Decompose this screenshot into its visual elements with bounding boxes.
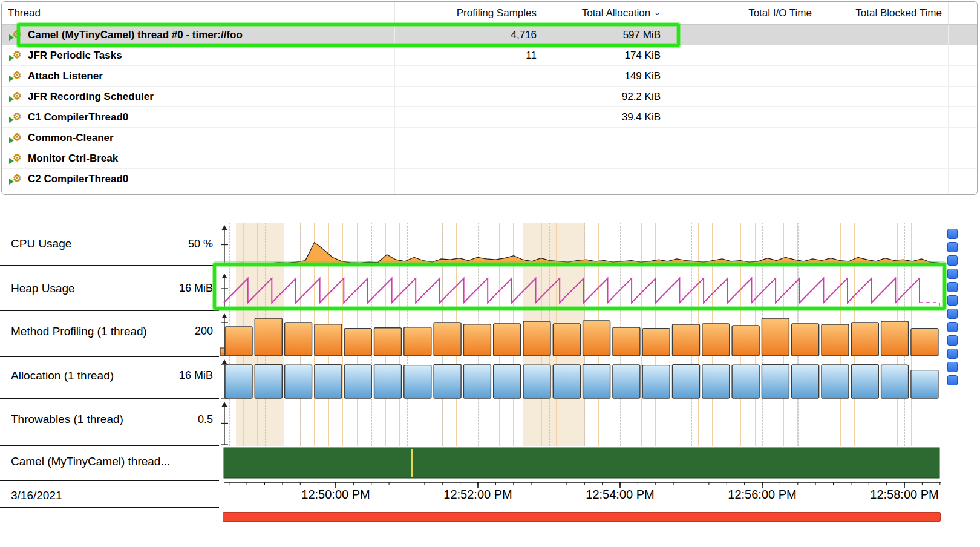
thread-row[interactable]: ⚙JFR Periodic Tasks11174 KiB: [2, 45, 977, 66]
lane-separator: [0, 265, 219, 266]
lane-control-button[interactable]: [947, 375, 958, 385]
total-allocation-cell: [543, 148, 667, 168]
thread-row[interactable]: ⚙C2 CompilerThread0: [2, 169, 977, 189]
time-axis-label: 12:52:00 PM: [423, 488, 532, 502]
gear-icon: ⚙: [13, 131, 21, 143]
lane-label-3: Method Profiling (1 thread): [11, 325, 147, 338]
gear-icon: ⚙: [13, 152, 21, 164]
thread-row[interactable]: ⚙Camel (MyTinyCamel) thread #0 - timer:/…: [2, 25, 977, 45]
timeline-charts: [224, 223, 941, 507]
profiling-samples-cell: 4,716: [395, 25, 543, 45]
column-header-label: Total I/O Time: [748, 7, 812, 19]
thread-icon: ⚙: [9, 49, 24, 62]
lane-label-5: Throwables (1 thread): [11, 413, 123, 426]
total-allocation-cell: 149 KiB: [543, 66, 667, 86]
lane-control-button[interactable]: [947, 295, 958, 306]
lane-control-button[interactable]: [947, 255, 958, 266]
thread-icon: ⚙: [9, 70, 24, 83]
thread-icon: ⚙: [9, 172, 24, 186]
lane-control-button[interactable]: [947, 269, 958, 279]
thread-name: JFR Periodic Tasks: [28, 50, 122, 62]
column-header-total-blocked-time[interactable]: Total Blocked Time: [818, 2, 949, 24]
time-axis-labels: 12:50:00 PM12:52:00 PM12:54:00 PM12:56:0…: [224, 488, 941, 506]
thread-row[interactable]: ⚙Monitor Ctrl-Break: [2, 148, 977, 169]
thread-icon: ⚙: [9, 131, 24, 145]
threads-table-header: ThreadProfiling SamplesTotal Allocation⌄…: [2, 2, 977, 25]
lane-axis-value: 50 %: [151, 238, 213, 251]
lane-control-button[interactable]: [947, 349, 958, 359]
lane-label-6: Camel (MyTinyCamel) thread...: [11, 455, 170, 468]
column-header-total-allocation[interactable]: Total Allocation⌄: [543, 2, 667, 24]
profiling-samples-cell: [395, 87, 543, 106]
time-axis-label: 12:58:00 PM: [850, 488, 941, 502]
thread-name-cell: ⚙C2 CompilerThread0: [2, 169, 395, 189]
total-blocked-time-cell: [818, 66, 949, 86]
gear-icon: ⚙: [13, 90, 21, 102]
profiling-samples-cell: [395, 148, 543, 168]
column-header-label: Total Blocked Time: [855, 7, 942, 19]
total-blocked-time-cell: [818, 25, 949, 45]
lane-axis-value: 0.5: [151, 413, 213, 426]
chart-area[interactable]: [224, 223, 941, 507]
column-header-label: Thread: [8, 7, 41, 19]
lane-label-4: Allocation (1 thread): [11, 369, 114, 382]
time-axis-label: 12:54:00 PM: [566, 488, 675, 502]
total-allocation-cell: 39.4 KiB: [543, 107, 667, 127]
total-io-time-cell: [667, 45, 818, 65]
lane-axis-value: 16 MiB: [151, 282, 213, 295]
column-header-label: Profiling Samples: [457, 7, 537, 19]
profiling-samples-cell: [395, 128, 543, 148]
gear-icon: ⚙: [13, 49, 21, 61]
total-blocked-time-cell: [818, 107, 949, 127]
total-blocked-time-cell: [818, 87, 949, 106]
total-allocation-cell: [543, 189, 667, 195]
lane-axis-value: 200: [151, 325, 213, 338]
gear-icon: ⚙: [13, 172, 21, 185]
thread-row[interactable]: ⚙C1 CompilerThread039.4 KiB: [2, 107, 977, 128]
thread-icon: ⚙: [9, 90, 24, 103]
lane-control-button[interactable]: [947, 309, 958, 319]
timeline-scrollbar[interactable]: [223, 512, 941, 522]
total-blocked-time-cell: [818, 128, 949, 148]
total-io-time-cell: [667, 87, 818, 106]
lane-separator: [0, 356, 219, 357]
lane-separator: [0, 480, 219, 481]
lane-control-button[interactable]: [947, 282, 958, 292]
lane-control-button[interactable]: [947, 229, 958, 239]
gear-icon: ⚙: [13, 70, 21, 82]
lane-control-button[interactable]: [947, 362, 958, 372]
column-header-profiling-samples[interactable]: Profiling Samples: [395, 2, 543, 24]
column-header-thread[interactable]: Thread: [2, 2, 395, 24]
lane-control-button[interactable]: [947, 242, 958, 252]
sort-descending-icon: ⌄: [654, 8, 661, 17]
thread-name: C1 CompilerThread0: [28, 111, 128, 123]
thread-row[interactable]: ⚙Attach Listener149 KiB: [2, 66, 977, 87]
total-io-time-cell: [667, 25, 818, 45]
lane-control-button[interactable]: [947, 335, 958, 346]
thread-name-cell: ⚙JFR Recording Scheduler: [2, 87, 395, 106]
lane-label-1: CPU Usage: [11, 237, 71, 251]
total-blocked-time-cell: [818, 189, 949, 195]
thread-row[interactable]: ⚙Common-Cleaner: [2, 128, 977, 148]
date-label: 3/16/2021: [11, 489, 62, 502]
lane-separator: [0, 398, 219, 399]
gear-icon: ⚙: [13, 111, 21, 123]
thread-row[interactable]: ⚙JFR Recording Scheduler92.2 KiB: [2, 87, 977, 107]
time-axis-label: 12:50:00 PM: [281, 488, 390, 502]
lane-control-button[interactable]: [947, 322, 958, 332]
total-allocation-cell: [543, 169, 667, 189]
total-allocation-cell: [543, 128, 667, 148]
lane-separator: [0, 310, 219, 311]
thread-name: Camel (MyTinyCamel) thread #0 - timer://…: [28, 29, 243, 41]
profiling-samples-cell: [395, 66, 543, 86]
profiling-samples-cell: [395, 189, 543, 195]
lane-label-2: Heap Usage: [11, 282, 75, 295]
thread-row[interactable]: ⚙main: [2, 189, 977, 195]
thread-icon: ⚙: [9, 111, 24, 124]
thread-icon: ⚙: [9, 193, 24, 195]
thread-name: JFR Recording Scheduler: [28, 91, 154, 103]
lane-separator: [0, 445, 219, 446]
thread-name: Monitor Ctrl-Break: [28, 152, 118, 165]
thread-name-cell: ⚙main: [2, 189, 395, 195]
column-header-total-i-o-time[interactable]: Total I/O Time: [667, 2, 818, 24]
